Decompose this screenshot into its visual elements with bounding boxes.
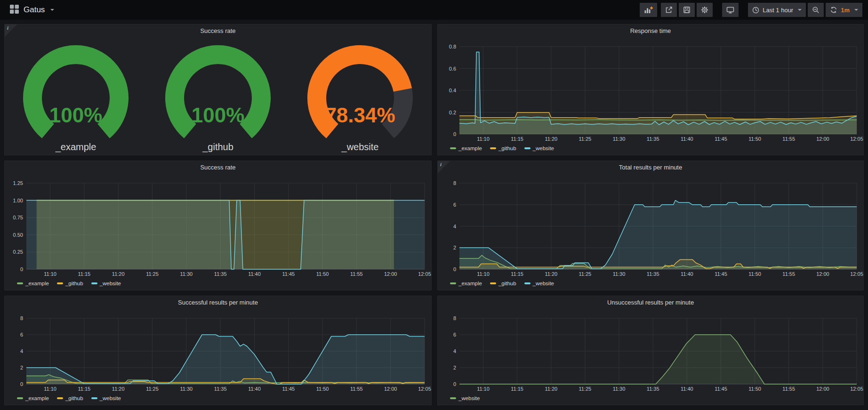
panel-response-time: Response time 11:1011:1511:2011:2511:301… xyxy=(437,24,864,155)
svg-text:1.25: 1.25 xyxy=(13,180,23,186)
zoom-out-time-button[interactable] xyxy=(808,3,824,17)
svg-text:11:10: 11:10 xyxy=(44,386,56,392)
legend-label: _github xyxy=(65,395,83,401)
legend-item-example[interactable]: _example xyxy=(17,281,49,286)
legend-item-github[interactable]: _github xyxy=(490,281,516,286)
navbar: Gatus xyxy=(0,0,868,20)
legend-item-example[interactable]: _example xyxy=(17,395,49,401)
svg-text:11:35: 11:35 xyxy=(647,136,659,142)
refresh-icon xyxy=(830,6,837,14)
nav-group-actions xyxy=(661,3,713,17)
panel-title[interactable]: Response time xyxy=(438,24,863,37)
svg-text:11:45: 11:45 xyxy=(282,386,295,392)
gauge-arc-github: 100% xyxy=(152,45,284,143)
refresh-caret-down-icon[interactable] xyxy=(854,9,858,11)
legend-item-website[interactable]: _website xyxy=(91,395,121,401)
dashboard-settings-button[interactable] xyxy=(697,3,713,17)
legend-item-website[interactable]: _website xyxy=(450,395,480,401)
chart-legend: _example_github_website xyxy=(438,144,863,155)
svg-text:100%: 100% xyxy=(192,104,245,127)
panel-title[interactable]: Successful results per minute xyxy=(5,296,431,309)
time-range-picker-button[interactable]: Last 1 hour xyxy=(748,3,806,17)
legend-dash-icon xyxy=(524,282,530,284)
gauge-website: 78.34% _website xyxy=(289,45,431,153)
successful-results-chart[interactable]: 11:1011:1511:2011:2511:3011:3511:4011:45… xyxy=(5,309,431,394)
legend-dash-icon xyxy=(17,282,23,284)
chart-legend: _website xyxy=(438,394,863,405)
svg-text:6: 6 xyxy=(453,202,456,208)
success-rate-chart[interactable]: 11:1011:1511:2011:2511:3011:3511:4011:45… xyxy=(5,174,431,279)
svg-text:11:50: 11:50 xyxy=(316,386,329,392)
total-results-chart[interactable]: 11:1011:1511:2011:2511:3011:3511:4011:45… xyxy=(438,174,863,279)
info-icon[interactable]: i xyxy=(7,25,8,31)
svg-text:11:35: 11:35 xyxy=(214,386,227,392)
svg-text:11:40: 11:40 xyxy=(248,386,261,392)
panel-title[interactable]: Success rate xyxy=(5,24,431,37)
response-time-chart[interactable]: 11:1011:1511:2011:2511:3011:3511:4011:45… xyxy=(438,37,863,144)
panel-title[interactable]: Success rate xyxy=(5,161,431,174)
svg-text:11:20: 11:20 xyxy=(112,386,125,392)
gauge-row: 100% _example 100% _github 78.34% _websi… xyxy=(5,37,431,155)
svg-text:11:45: 11:45 xyxy=(715,271,727,277)
legend-item-github[interactable]: _github xyxy=(490,145,516,151)
chart-legend: _example_github_website xyxy=(5,394,431,405)
svg-text:4: 4 xyxy=(453,348,456,354)
svg-text:12:00: 12:00 xyxy=(816,271,829,277)
cycle-view-mode-button[interactable] xyxy=(722,3,739,17)
panel-title[interactable]: Total results per minute xyxy=(438,161,863,174)
legend-label: _example xyxy=(458,145,482,151)
svg-text:12:00: 12:00 xyxy=(384,386,397,392)
legend-dash-icon xyxy=(91,397,97,399)
svg-text:11:30: 11:30 xyxy=(613,136,626,142)
zoom-out-icon xyxy=(812,6,820,14)
panel-info-corner[interactable] xyxy=(438,161,450,173)
dashboard-title[interactable]: Gatus xyxy=(24,5,45,15)
legend-item-example[interactable]: _example xyxy=(450,145,482,151)
svg-text:2: 2 xyxy=(453,365,456,370)
unsuccessful-results-chart[interactable]: 11:1011:1511:2011:2511:3011:3511:4011:45… xyxy=(438,309,863,394)
dashboard-title-caret-down-icon[interactable] xyxy=(50,9,54,11)
svg-text:0: 0 xyxy=(20,266,23,272)
svg-text:11:45: 11:45 xyxy=(282,271,295,277)
refresh-interval-label[interactable]: 1m xyxy=(841,7,850,14)
chart-legend: _example_github_website xyxy=(5,279,431,290)
svg-text:0.4: 0.4 xyxy=(449,88,456,93)
navbar-right: Last 1 hour 1m xyxy=(636,3,862,17)
monitor-icon xyxy=(726,6,734,14)
legend-item-example[interactable]: _example xyxy=(450,281,482,286)
svg-text:11:55: 11:55 xyxy=(782,136,795,142)
svg-text:11:30: 11:30 xyxy=(180,271,193,277)
svg-text:6: 6 xyxy=(453,332,456,338)
info-icon[interactable]: i xyxy=(440,161,442,167)
svg-text:11:50: 11:50 xyxy=(748,271,761,277)
legend-item-website[interactable]: _website xyxy=(524,281,554,286)
legend-item-website[interactable]: _website xyxy=(524,145,554,151)
add-panel-button[interactable] xyxy=(640,3,657,17)
svg-text:11:40: 11:40 xyxy=(681,271,693,277)
svg-text:11:25: 11:25 xyxy=(146,386,159,392)
gauge-label: _example xyxy=(56,142,96,153)
svg-text:11:50: 11:50 xyxy=(748,136,761,142)
legend-item-github[interactable]: _github xyxy=(57,395,83,401)
svg-text:11:10: 11:10 xyxy=(477,136,490,142)
svg-text:11:15: 11:15 xyxy=(78,386,91,392)
panel-success-rate-gauges: i Success rate 100% _example 100% _githu… xyxy=(4,24,432,155)
legend-label: _example xyxy=(25,281,49,286)
svg-text:12:05: 12:05 xyxy=(418,271,431,277)
time-range-label: Last 1 hour xyxy=(763,7,793,14)
panel-info-corner[interactable] xyxy=(5,24,17,37)
panel-title[interactable]: Unsuccessful results per minute xyxy=(438,296,863,309)
svg-text:0.2: 0.2 xyxy=(449,110,456,115)
svg-text:0: 0 xyxy=(20,381,23,387)
svg-text:0.8: 0.8 xyxy=(449,44,456,49)
svg-text:0: 0 xyxy=(453,131,456,137)
svg-text:4: 4 xyxy=(20,348,23,354)
save-button[interactable] xyxy=(679,3,695,17)
share-button[interactable] xyxy=(661,3,677,17)
legend-item-github[interactable]: _github xyxy=(57,281,83,286)
dashboards-grid-logo-icon[interactable] xyxy=(9,4,19,16)
legend-label: _example xyxy=(458,281,482,286)
refresh-picker-button[interactable]: 1m xyxy=(826,3,862,17)
legend-item-website[interactable]: _website xyxy=(91,281,121,286)
svg-text:12:00: 12:00 xyxy=(384,271,397,277)
